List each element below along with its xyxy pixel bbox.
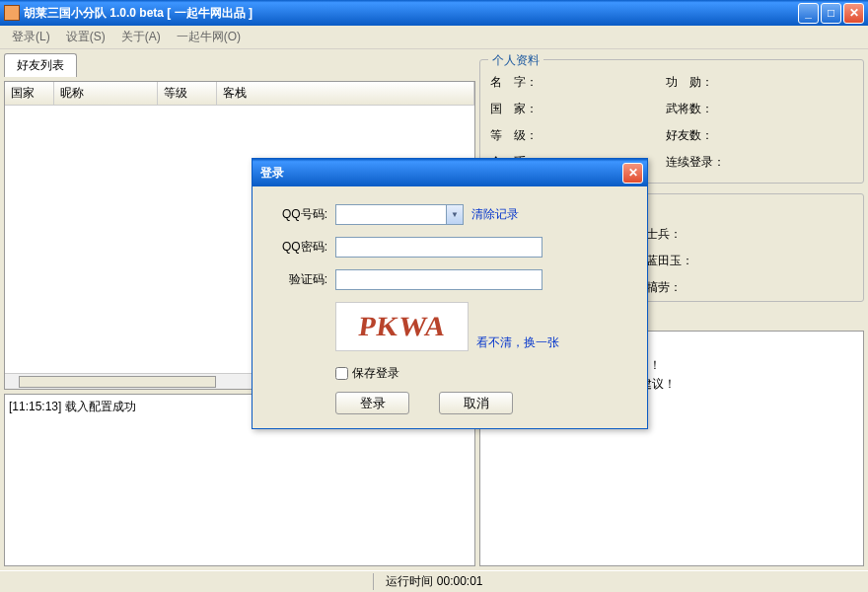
- clear-records-link[interactable]: 清除记录: [471, 206, 519, 223]
- app-icon: [4, 5, 20, 21]
- col-nick[interactable]: 昵称: [54, 82, 158, 105]
- login-dialog: 登录 ✕ QQ号码: ▼ 清除记录 QQ密码: 验证码: PKWA 看不清，换一…: [252, 158, 648, 429]
- label-soldier: 士兵：: [646, 226, 705, 243]
- status-label: 运行时间: [386, 574, 433, 588]
- label-reward: 犒劳：: [646, 279, 705, 296]
- tab-friends[interactable]: 好友列表: [4, 53, 77, 77]
- qq-input[interactable]: [335, 204, 464, 225]
- maximize-button[interactable]: □: [821, 3, 841, 24]
- label-country: 国 家：: [490, 101, 549, 117]
- dialog-titlebar[interactable]: 登录 ✕: [253, 159, 647, 186]
- status-bar: 运行时间 00:00:01: [0, 570, 868, 592]
- qq-label: QQ号码:: [272, 206, 327, 223]
- cancel-button[interactable]: 取消: [439, 392, 513, 414]
- col-inn[interactable]: 客栈: [217, 82, 474, 105]
- dialog-close-button[interactable]: ✕: [622, 163, 643, 184]
- label-level: 等 级：: [490, 127, 549, 144]
- menu-website[interactable]: 一起牛网(O): [169, 27, 249, 47]
- label-generals: 武将数：: [666, 101, 725, 117]
- menu-bar: 登录(L) 设置(S) 关于(A) 一起牛网(O): [0, 26, 868, 49]
- label-merit: 功 勋：: [666, 74, 725, 91]
- password-input[interactable]: [335, 237, 542, 258]
- label-consecutive: 连续登录：: [666, 154, 725, 171]
- title-bar: 胡莱三国小分队 1.0.0 beta [ 一起牛网出品 ] _ □ ✕: [0, 0, 868, 26]
- label-name: 名 字：: [490, 74, 549, 91]
- window-title: 胡莱三国小分队 1.0.0 beta [ 一起牛网出品 ]: [24, 5, 798, 22]
- save-login-checkbox[interactable]: [335, 367, 348, 380]
- profile-title: 个人资料: [488, 52, 543, 69]
- col-level[interactable]: 等级: [158, 82, 217, 105]
- dialog-title: 登录: [260, 165, 622, 182]
- label-jade: 蓝田玉：: [646, 253, 705, 269]
- pw-label: QQ密码:: [272, 239, 327, 256]
- login-button[interactable]: 登录: [335, 392, 409, 414]
- menu-login[interactable]: 登录(L): [4, 27, 58, 47]
- captcha-text: PKWA: [356, 311, 447, 342]
- minimize-button[interactable]: _: [798, 3, 819, 24]
- captcha-label: 验证码:: [272, 271, 327, 288]
- captcha-image: PKWA: [335, 302, 469, 351]
- save-login-label: 保存登录: [352, 365, 399, 382]
- status-time: 00:00:01: [437, 574, 483, 588]
- label-friends: 好友数：: [666, 127, 725, 144]
- menu-settings[interactable]: 设置(S): [58, 27, 113, 47]
- captcha-input[interactable]: [335, 269, 542, 290]
- close-button[interactable]: ✕: [843, 3, 864, 24]
- tab-header: 好友列表: [4, 53, 475, 77]
- refresh-captcha-link[interactable]: 看不清，换一张: [476, 334, 559, 351]
- menu-about[interactable]: 关于(A): [113, 27, 169, 47]
- qq-dropdown-icon[interactable]: ▼: [446, 205, 463, 224]
- col-country[interactable]: 国家: [5, 82, 54, 105]
